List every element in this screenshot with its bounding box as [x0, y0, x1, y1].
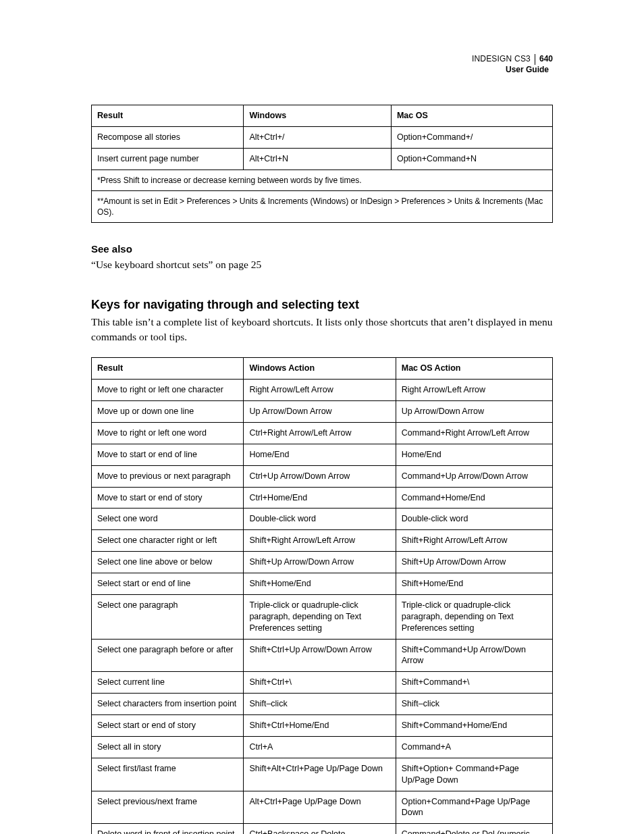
- cell-result: Select start or end of line: [92, 573, 244, 595]
- cell-result: Select one character right or left: [92, 530, 244, 552]
- cell-windows: Up Arrow/Down Arrow: [244, 401, 396, 423]
- cell-mac: Command+Delete or Del (numeric keypad): [396, 824, 552, 834]
- cell-mac: Option+Command+/: [391, 126, 552, 148]
- cell-mac: Shift+Up Arrow/Down Arrow: [396, 552, 552, 573]
- cell-windows: Alt+Ctrl+Page Up/Page Down: [244, 791, 396, 824]
- cell-windows: Ctrl+Up Arrow/Down Arrow: [244, 465, 396, 487]
- table-row: Select start or end of storyShift+Ctrl+H…: [92, 715, 553, 737]
- cell-windows: Shift+Up Arrow/Down Arrow: [244, 552, 396, 573]
- cell-mac: Double-click word: [396, 509, 552, 530]
- cell-windows: Double-click word: [244, 509, 396, 530]
- cell-mac: Command+Home/End: [396, 487, 552, 509]
- cell-windows: Shift+Right Arrow/Left Arrow: [244, 530, 396, 552]
- cell-result: Select first/last frame: [92, 758, 244, 791]
- cell-mac: Option+Command+Page Up/Page Down: [396, 791, 552, 824]
- table-row: Select current lineShift+Ctrl+\Shift+Com…: [92, 672, 553, 694]
- table-row: Move to right or left one characterRight…: [92, 380, 553, 401]
- cell-mac: Option+Command+N: [391, 148, 552, 170]
- cell-windows: Shift+Ctrl+Up Arrow/Down Arrow: [244, 639, 396, 672]
- cell-result: Move to right or left one word: [92, 422, 244, 444]
- cell-mac: Shift–click: [396, 694, 552, 715]
- section-heading: Keys for navigating through and selectin…: [91, 298, 553, 312]
- cell-result: Select one paragraph: [92, 594, 244, 639]
- cell-windows: Ctrl+Home/End: [244, 487, 396, 509]
- table-row: Select start or end of lineShift+Home/En…: [92, 573, 553, 595]
- see-also-heading: See also: [91, 243, 553, 255]
- cell-mac: Shift+Option+ Command+Page Up/Page Down: [396, 758, 552, 791]
- table-row: Select one character right or leftShift+…: [92, 530, 553, 552]
- cell-result: Move to start or end of story: [92, 487, 244, 509]
- table-row: Delete word in front of insertion point …: [92, 824, 553, 834]
- cell-mac: Up Arrow/Down Arrow: [396, 401, 552, 423]
- cell-mac: Triple-click or quadruple-click paragrap…: [396, 594, 552, 639]
- cell-result: Move to previous or next paragraph: [92, 465, 244, 487]
- cell-windows: Ctrl+Right Arrow/Left Arrow: [244, 422, 396, 444]
- table-row: Select one wordDouble-click wordDouble-c…: [92, 509, 553, 530]
- cell-result: Select characters from insertion point: [92, 694, 244, 715]
- cell-result: Select start or end of story: [92, 715, 244, 737]
- table-row: Insert current page number Alt+Ctrl+N Op…: [92, 148, 553, 170]
- cell-result: Select all in story: [92, 736, 244, 758]
- table-row: Select one line above or belowShift+Up A…: [92, 552, 553, 573]
- table-row: Select one paragraph before or afterShif…: [92, 639, 553, 672]
- col-mac: Mac OS Action: [396, 358, 552, 380]
- cell-result: Delete word in front of insertion point …: [92, 824, 244, 834]
- page-number: 640: [535, 54, 553, 65]
- cell-mac: Shift+Right Arrow/Left Arrow: [396, 530, 552, 552]
- col-mac: Mac OS: [391, 105, 552, 127]
- cell-result: Select one paragraph before or after: [92, 639, 244, 672]
- table-header-row: Result Windows Action Mac OS Action: [92, 358, 553, 380]
- cell-mac: Right Arrow/Left Arrow: [396, 380, 552, 401]
- cell-windows: Triple-click or quadruple-click paragrap…: [244, 594, 396, 639]
- cell-mac: Shift+Home/End: [396, 573, 552, 595]
- table-footnote: **Amount is set in Edit > Preferences > …: [92, 190, 553, 222]
- table-row: Move to previous or next paragraphCtrl+U…: [92, 465, 553, 487]
- table-row: Select previous/next frameAlt+Ctrl+Page …: [92, 791, 553, 824]
- cell-windows: Shift+Alt+Ctrl+Page Up/Page Down: [244, 758, 396, 791]
- cell-mac: Shift+Command+Home/End: [396, 715, 552, 737]
- table-row: Move to start or end of storyCtrl+Home/E…: [92, 487, 553, 509]
- page: INDESIGN CS3 640 User Guide Result Windo…: [0, 0, 644, 834]
- table-row: Select one paragraphTriple-click or quad…: [92, 594, 553, 639]
- see-also-link[interactable]: “Use keyboard shortcut sets” on page 25: [91, 257, 553, 272]
- cell-mac: Command+Up Arrow/Down Arrow: [396, 465, 552, 487]
- col-windows: Windows Action: [244, 358, 396, 380]
- cell-windows: Alt+Ctrl+/: [244, 126, 392, 148]
- cell-mac: Shift+Command+Up Arrow/Down Arrow: [396, 639, 552, 672]
- shortcuts-table-1: Result Windows Mac OS Recompose all stor…: [91, 105, 553, 223]
- col-result: Result: [92, 358, 244, 380]
- table-row: Recompose all stories Alt+Ctrl+/ Option+…: [92, 126, 553, 148]
- cell-mac: Shift+Command+\: [396, 672, 552, 694]
- cell-result: Recompose all stories: [92, 126, 244, 148]
- footnote-text: *Press Shift to increase or decrease ker…: [92, 170, 553, 190]
- section-intro: This table isn’t a complete list of keyb…: [91, 315, 553, 344]
- cell-mac: Home/End: [396, 444, 552, 465]
- cell-mac: Command+Right Arrow/Left Arrow: [396, 422, 552, 444]
- running-header: INDESIGN CS3 640 User Guide: [472, 54, 553, 75]
- cell-windows: Shift–click: [244, 694, 396, 715]
- col-windows: Windows: [244, 105, 392, 127]
- table-footnote: *Press Shift to increase or decrease ker…: [92, 170, 553, 190]
- col-result: Result: [92, 105, 244, 127]
- cell-result: Move to start or end of line: [92, 444, 244, 465]
- cell-windows: Alt+Ctrl+N: [244, 148, 392, 170]
- cell-result: Select one word: [92, 509, 244, 530]
- cell-windows: Ctrl+Backspace or Delete: [244, 824, 396, 834]
- table-row: Move up or down one lineUp Arrow/Down Ar…: [92, 401, 553, 423]
- table-row: Select characters from insertion pointSh…: [92, 694, 553, 715]
- cell-result: Insert current page number: [92, 148, 244, 170]
- cell-windows: Shift+Home/End: [244, 573, 396, 595]
- product-name: INDESIGN CS3: [472, 54, 535, 65]
- cell-windows: Home/End: [244, 444, 396, 465]
- guide-label: User Guide: [472, 65, 553, 76]
- table-header-row: Result Windows Mac OS: [92, 105, 553, 127]
- cell-result: Move to right or left one character: [92, 380, 244, 401]
- cell-mac: Command+A: [396, 736, 552, 758]
- cell-result: Select current line: [92, 672, 244, 694]
- table-row: Select all in storyCtrl+ACommand+A: [92, 736, 553, 758]
- cell-windows: Right Arrow/Left Arrow: [244, 380, 396, 401]
- shortcuts-table-2: Result Windows Action Mac OS Action Move…: [91, 357, 553, 834]
- cell-result: Select one line above or below: [92, 552, 244, 573]
- cell-windows: Shift+Ctrl+\: [244, 672, 396, 694]
- table-row: Select first/last frameShift+Alt+Ctrl+Pa…: [92, 758, 553, 791]
